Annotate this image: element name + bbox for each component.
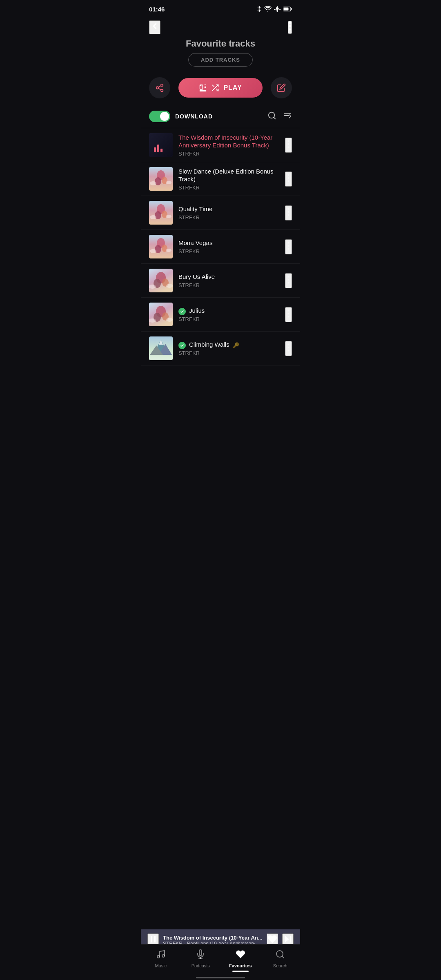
svg-rect-2 bbox=[284, 8, 289, 11]
status-time: 01:46 bbox=[149, 6, 165, 13]
music-nav-label: Music bbox=[155, 963, 167, 968]
download-label: DOWNLOAD bbox=[175, 113, 213, 120]
track-title: Climbing Walls bbox=[189, 341, 229, 349]
nav-item-podcasts[interactable]: Podcasts bbox=[181, 948, 221, 973]
track-more-button[interactable] bbox=[285, 239, 292, 254]
svg-point-22 bbox=[288, 143, 290, 145]
svg-point-67 bbox=[288, 313, 290, 314]
svg-point-47 bbox=[166, 249, 172, 252]
download-row: DOWNLOAD bbox=[141, 107, 300, 128]
play-label: PLAY bbox=[223, 84, 242, 91]
track-title: The Wisdom of Insecurity (10-Year Annive… bbox=[178, 134, 279, 149]
track-artist: STRFKR bbox=[178, 151, 279, 157]
status-bar: 01:46 bbox=[141, 0, 300, 16]
track-info: JuliusSTRFKR bbox=[178, 307, 279, 322]
battery-icon bbox=[283, 7, 292, 11]
nav-item-search[interactable]: Search bbox=[261, 948, 301, 973]
track-list: The Wisdom of Insecurity (10-Year Annive… bbox=[141, 128, 300, 365]
track-artist: STRFKR bbox=[178, 214, 279, 220]
track-info: Quality TimeSTRFKR bbox=[178, 205, 279, 220]
nav-item-favourites[interactable]: Favourites bbox=[220, 948, 261, 973]
edit-button[interactable] bbox=[271, 77, 292, 98]
svg-rect-78 bbox=[154, 936, 156, 942]
bottom-nav: Music Podcasts Favourites Sear bbox=[141, 944, 300, 980]
svg-point-29 bbox=[166, 181, 172, 184]
share-button[interactable] bbox=[149, 77, 170, 98]
controls-row: PLAY bbox=[141, 73, 300, 107]
svg-point-48 bbox=[288, 242, 290, 243]
svg-point-46 bbox=[150, 249, 156, 253]
nav-item-music[interactable]: Music bbox=[141, 948, 181, 973]
svg-rect-19 bbox=[157, 145, 159, 152]
add-tracks-button[interactable]: ADD TRACKS bbox=[188, 53, 253, 67]
track-item[interactable]: Slow Dance (Deluxe Edition Bonus Track)S… bbox=[141, 162, 300, 196]
svg-point-38 bbox=[166, 215, 172, 218]
now-playing-title: The Wisdom of Insecurity (10-Year An... bbox=[163, 935, 263, 941]
svg-point-39 bbox=[288, 208, 290, 209]
toggle-track bbox=[149, 111, 170, 122]
track-info: The Wisdom of Insecurity (10-Year Annive… bbox=[178, 134, 279, 157]
track-more-button[interactable] bbox=[285, 205, 292, 220]
track-item[interactable]: Bury Us AliveSTRFKR bbox=[141, 264, 300, 298]
track-item[interactable]: The Wisdom of Insecurity (10-Year Annive… bbox=[141, 128, 300, 162]
home-indicator bbox=[196, 977, 245, 978]
track-art bbox=[149, 133, 173, 157]
track-item[interactable]: JuliusSTRFKR bbox=[141, 298, 300, 332]
downloaded-icon bbox=[178, 308, 186, 315]
svg-line-13 bbox=[274, 117, 275, 119]
download-toggle[interactable] bbox=[149, 111, 170, 122]
track-item[interactable]: Climbing Walls🔑STRFKR bbox=[141, 332, 300, 365]
track-artist: STRFKR bbox=[178, 350, 279, 356]
sort-icon[interactable] bbox=[283, 111, 292, 122]
more-options-button[interactable] bbox=[288, 21, 292, 34]
svg-point-49 bbox=[288, 245, 290, 247]
back-button[interactable] bbox=[149, 20, 160, 34]
track-more-button[interactable] bbox=[285, 341, 292, 356]
track-item[interactable]: Mona VegasSTRFKR bbox=[141, 230, 300, 264]
active-indicator bbox=[232, 971, 249, 972]
svg-rect-20 bbox=[160, 149, 163, 152]
svg-point-58 bbox=[288, 279, 290, 281]
download-right bbox=[267, 111, 292, 122]
track-info: Climbing Walls🔑STRFKR bbox=[178, 341, 279, 356]
favourites-nav-icon bbox=[236, 949, 245, 962]
track-artist: STRFKR bbox=[178, 185, 279, 191]
track-more-button[interactable] bbox=[285, 172, 292, 187]
track-title: Julius bbox=[189, 307, 205, 315]
bluetooth-icon bbox=[256, 6, 262, 12]
svg-point-66 bbox=[288, 310, 290, 311]
svg-point-5 bbox=[289, 29, 291, 31]
track-art bbox=[149, 201, 173, 225]
downloaded-icon bbox=[178, 342, 186, 349]
lock-icon: 🔑 bbox=[233, 342, 239, 348]
track-more-button[interactable] bbox=[285, 307, 292, 322]
svg-point-76 bbox=[288, 350, 290, 351]
track-more-button[interactable] bbox=[285, 138, 292, 153]
track-info: Mona VegasSTRFKR bbox=[178, 239, 279, 254]
title-section: Favourite tracks ADD TRACKS bbox=[141, 38, 300, 73]
svg-line-10 bbox=[158, 86, 161, 87]
track-art bbox=[149, 235, 173, 258]
track-art bbox=[149, 167, 173, 191]
svg-point-37 bbox=[150, 215, 156, 219]
svg-marker-79 bbox=[285, 936, 289, 942]
search-nav-icon bbox=[275, 949, 285, 962]
svg-point-74 bbox=[288, 343, 290, 345]
podcasts-nav-label: Podcasts bbox=[192, 963, 210, 968]
track-item[interactable]: Quality TimeSTRFKR bbox=[141, 196, 300, 230]
svg-point-59 bbox=[288, 282, 290, 283]
airplane-icon bbox=[274, 6, 281, 12]
track-more-button[interactable] bbox=[285, 273, 292, 288]
svg-point-65 bbox=[166, 318, 173, 322]
shuffle-icon bbox=[211, 84, 219, 92]
svg-point-82 bbox=[162, 955, 165, 957]
svg-point-41 bbox=[288, 214, 290, 216]
play-button[interactable]: PLAY bbox=[178, 78, 263, 98]
track-art bbox=[149, 269, 173, 292]
track-search-icon[interactable] bbox=[267, 111, 276, 122]
svg-point-28 bbox=[150, 181, 156, 185]
svg-point-68 bbox=[288, 316, 290, 317]
svg-point-32 bbox=[288, 180, 290, 182]
svg-line-9 bbox=[158, 88, 161, 90]
music-nav-icon bbox=[156, 949, 166, 962]
